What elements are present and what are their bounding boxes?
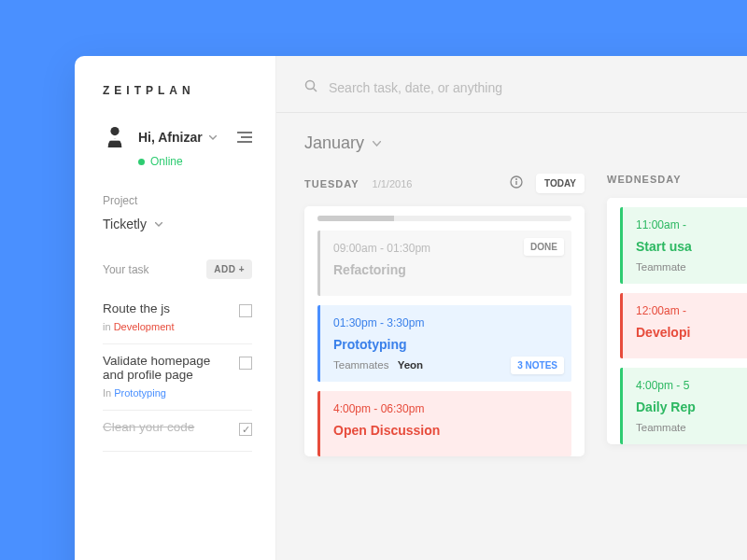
today-pill[interactable]: TODAY [536, 174, 585, 193]
day-head: TUESDAY1/1/2016TODAY [304, 174, 585, 193]
task-checkbox[interactable] [239, 304, 252, 317]
online-dot-icon [138, 159, 145, 165]
app-shell: ZEITPLAN Hi, Afnizar Online Project [75, 56, 747, 560]
card-badge-done: DONE [524, 238, 564, 256]
task-card[interactable]: 4:00pm - 06:30pmOpen Discussion [317, 391, 571, 456]
task-item[interactable]: Validate homepage and profile pageIn Pro… [103, 344, 252, 411]
card-title: Prototyping [333, 337, 558, 352]
task-card[interactable]: 01:30pm - 3:30pmPrototypingTeammates Yeo… [317, 305, 571, 382]
day-column: WEDNESDAY11:00am - Start usaTeammate12:0… [607, 174, 747, 466]
search-icon [304, 79, 317, 95]
menu-icon[interactable] [237, 128, 252, 147]
card-title: Open Discussion [333, 423, 558, 438]
card-time: 4:00pm - 5 [636, 379, 747, 392]
svg-rect-9 [515, 181, 516, 185]
day-date: 1/1/2016 [373, 178, 413, 189]
content: January TUESDAY1/1/2016TODAY09:00am - 01… [276, 113, 747, 466]
project-label: Project [103, 194, 252, 207]
search-input[interactable] [329, 80, 609, 95]
day-head: WEDNESDAY [607, 174, 747, 185]
progress-bar [317, 216, 571, 221]
chevron-down-icon [372, 139, 381, 148]
project-selector[interactable]: Ticketly [103, 217, 252, 231]
card-title: Start usa [636, 239, 747, 254]
card-time: 12:00am - [636, 304, 747, 317]
task-meta: In Prototyping [103, 387, 230, 399]
task-checkbox[interactable]: ✓ [239, 423, 252, 436]
person-icon [105, 125, 125, 149]
svg-rect-1 [110, 139, 120, 141]
task-card[interactable]: 12:00am - Developi [620, 293, 747, 358]
main-area: January TUESDAY1/1/2016TODAY09:00am - 01… [276, 56, 747, 560]
month-label: January [304, 133, 364, 153]
cards-box: 11:00am - Start usaTeammate12:00am - Dev… [607, 198, 747, 444]
month-selector[interactable]: January [304, 133, 747, 153]
task-card[interactable]: 11:00am - Start usaTeammate [620, 207, 747, 284]
avatar [103, 125, 127, 149]
svg-line-6 [314, 89, 317, 92]
chevron-down-icon[interactable] [208, 133, 218, 142]
task-title: Route the js [103, 301, 230, 315]
user-row: Hi, Afnizar [103, 125, 252, 149]
card-title: Refactoring [333, 262, 558, 277]
status-text: Online [150, 155, 183, 168]
card-title: Developi [636, 325, 747, 340]
day-name: WEDNESDAY [607, 174, 682, 185]
info-icon[interactable] [510, 175, 523, 191]
day-name: TUESDAY [304, 178, 359, 189]
svg-point-5 [306, 81, 315, 90]
svg-point-0 [110, 127, 119, 135]
sidebar: ZEITPLAN Hi, Afnizar Online Project [75, 56, 276, 560]
task-card[interactable]: 4:00pm - 5Daily RepTeammate [620, 368, 747, 444]
task-title: Validate homepage and profile page [103, 354, 230, 382]
tasks-label: Your task [103, 263, 149, 276]
svg-point-8 [515, 178, 517, 180]
card-badge-notes[interactable]: 3 NOTES [511, 357, 564, 374]
day-columns: TUESDAY1/1/2016TODAY09:00am - 01:30pmRef… [304, 174, 747, 466]
card-time: 4:00pm - 06:30pm [333, 402, 558, 415]
cards-box: 09:00am - 01:30pmRefactoringDONE01:30pm … [304, 206, 585, 456]
card-teammates: Teammate [636, 422, 747, 433]
task-item[interactable]: Route the jsin Development [103, 292, 252, 344]
card-time: 01:30pm - 3:30pm [333, 316, 558, 329]
task-checkbox[interactable] [239, 357, 252, 370]
day-column: TUESDAY1/1/2016TODAY09:00am - 01:30pmRef… [304, 174, 585, 466]
card-title: Daily Rep [636, 399, 747, 414]
user-greeting[interactable]: Hi, Afnizar [138, 130, 203, 145]
task-card[interactable]: 09:00am - 01:30pmRefactoringDONE [317, 231, 571, 296]
search-bar [276, 56, 747, 113]
task-title: Clean your code [103, 420, 230, 434]
task-item[interactable]: Clean your code✓ [103, 411, 252, 452]
task-head: Your task ADD + [103, 259, 252, 279]
chevron-down-icon [154, 219, 163, 229]
card-teammates: Teammate [636, 261, 747, 273]
task-list: Route the jsin DevelopmentValidate homep… [103, 292, 252, 452]
brand-logo: ZEITPLAN [103, 84, 252, 97]
project-name: Ticketly [103, 217, 147, 231]
user-status: Online [138, 155, 252, 168]
task-meta: in Development [103, 321, 230, 332]
card-time: 11:00am - [636, 218, 747, 231]
add-task-button[interactable]: ADD + [206, 259, 252, 279]
